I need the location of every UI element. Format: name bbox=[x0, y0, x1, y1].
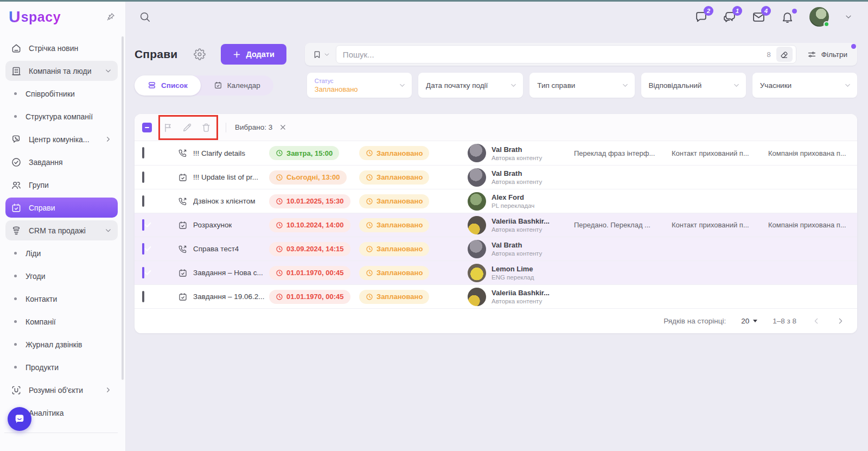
chevron-down-icon bbox=[104, 67, 112, 75]
tab-0[interactable]: Список bbox=[135, 75, 201, 96]
bullet-icon bbox=[14, 252, 17, 255]
bullet-icon bbox=[14, 343, 17, 346]
filter-dropdown-3[interactable]: Відповідальний bbox=[641, 73, 746, 98]
person-role: ENG переклад bbox=[492, 274, 534, 281]
clock-icon bbox=[276, 198, 283, 205]
filter-dropdown-2[interactable]: Тип справи bbox=[529, 73, 634, 98]
table-row[interactable]: Завдання – 19.06.2...01.01.1970, 00:45За… bbox=[135, 284, 857, 308]
add-button[interactable]: Додати bbox=[221, 44, 286, 65]
sidebar-item-6[interactable]: Групи bbox=[5, 175, 118, 195]
row-checkbox[interactable] bbox=[142, 147, 144, 158]
person-name: Val Brath bbox=[492, 241, 542, 249]
sidebar-item-10[interactable]: Угоди bbox=[5, 266, 118, 286]
filter-label: Відповідальний bbox=[649, 81, 730, 90]
cell-text-2: Контакт прихований п... bbox=[672, 221, 768, 229]
row-checkbox[interactable] bbox=[142, 195, 144, 207]
mail-badge: 4 bbox=[761, 6, 771, 16]
bell-icon[interactable] bbox=[781, 10, 794, 24]
clock-icon bbox=[366, 221, 373, 229]
date-text: Сьогодні, 13:00 bbox=[286, 173, 340, 181]
select-all-checkbox[interactable] bbox=[142, 123, 152, 132]
tab-1[interactable]: Календар bbox=[201, 75, 273, 96]
sidebar-item-4[interactable]: Центр комуніка... bbox=[5, 129, 118, 149]
pencil-icon[interactable] bbox=[182, 122, 193, 133]
tab-label: Список bbox=[161, 81, 188, 90]
sidebar-item-15[interactable]: Розумні об'єкти bbox=[5, 380, 118, 400]
comms-icon bbox=[11, 134, 22, 145]
flag-icon[interactable] bbox=[163, 122, 174, 133]
clear-search-button[interactable] bbox=[776, 47, 793, 62]
status-text: Заплановано bbox=[376, 149, 423, 157]
calendar-icon bbox=[214, 81, 222, 90]
sidebar-item-9[interactable]: Ліди bbox=[5, 243, 118, 263]
global-search-icon[interactable] bbox=[139, 11, 151, 23]
date-pill: 10.10.2024, 14:00 bbox=[269, 218, 350, 232]
sidebar-scrollbar[interactable] bbox=[122, 36, 124, 380]
building-icon bbox=[11, 66, 22, 77]
row-checkbox[interactable] bbox=[142, 171, 144, 183]
sidebar-item-0[interactable]: Стрічка новин bbox=[5, 38, 118, 58]
table-row[interactable]: !!! Clarify detailsЗавтра, 15:00Запланов… bbox=[135, 141, 857, 165]
logo[interactable]: Uspacy bbox=[0, 2, 125, 32]
task-name: Розрахунок bbox=[193, 221, 232, 229]
sidebar-item-2[interactable]: Співробітники bbox=[5, 84, 118, 104]
avatar bbox=[468, 144, 486, 162]
sidebar-item-12[interactable]: Компанії bbox=[5, 312, 118, 332]
chevron-down-icon bbox=[398, 81, 406, 90]
date-pill: Сьогодні, 13:00 bbox=[269, 170, 347, 185]
rows-per-page-select[interactable]: 20 bbox=[741, 317, 757, 325]
bullet-icon bbox=[14, 297, 17, 300]
search-bar: 8 Фільтри bbox=[305, 43, 857, 66]
sidebar-item-5[interactable]: Завдання bbox=[5, 152, 118, 172]
prev-page-icon[interactable] bbox=[812, 316, 821, 326]
person-role: Авторка контенту bbox=[492, 250, 542, 257]
filter-value: Заплановано bbox=[315, 85, 395, 93]
person-name: Valeriia Bashkir... bbox=[492, 289, 550, 297]
rows-per-page-label: Рядків на сторінці: bbox=[663, 317, 726, 325]
table-row[interactable]: Розрахунок10.10.2024, 14:00ЗапланованоVa… bbox=[135, 213, 857, 237]
clear-selection-icon[interactable] bbox=[279, 123, 287, 131]
chevron-down-icon bbox=[621, 81, 629, 90]
sliders-icon bbox=[807, 50, 816, 59]
sidebar-item-13[interactable]: Журнал дзвінків bbox=[5, 334, 118, 354]
sidebar-item-7[interactable]: Справи bbox=[5, 198, 118, 218]
table-row[interactable]: Справа тест403.09.2024, 14:15Заплановано… bbox=[135, 237, 857, 261]
search-input[interactable] bbox=[343, 50, 762, 59]
pin-icon[interactable] bbox=[106, 12, 116, 22]
table-row[interactable]: !!! Update list of pr...Сьогодні, 13:00З… bbox=[135, 165, 857, 189]
table-row[interactable]: Завдання – Нова с...01.01.1970, 00:45Зап… bbox=[135, 261, 857, 284]
sidebar-item-14[interactable]: Продукти bbox=[5, 357, 118, 377]
trash-icon[interactable] bbox=[201, 122, 212, 133]
table-row[interactable]: Дзвінок з клієнтом10.01.2025, 15:30Запла… bbox=[135, 189, 857, 213]
gear-icon[interactable] bbox=[194, 48, 206, 60]
chat-icon[interactable]: 2 bbox=[694, 10, 708, 24]
row-checkbox[interactable] bbox=[142, 267, 144, 278]
date-text: 10.01.2025, 15:30 bbox=[286, 197, 344, 205]
calendar-icon bbox=[11, 202, 22, 213]
logo-text: spacy bbox=[21, 9, 61, 25]
sidebar-item-3[interactable]: Структура компанії bbox=[5, 106, 118, 126]
clock-icon bbox=[366, 245, 373, 253]
mail-icon[interactable]: 4 bbox=[752, 10, 765, 24]
row-checkbox[interactable] bbox=[142, 219, 144, 231]
saved-filters-dropdown[interactable] bbox=[307, 50, 336, 59]
task-name: !!! Clarify details bbox=[193, 149, 245, 157]
avatar bbox=[468, 168, 486, 187]
filter-dropdown-1[interactable]: Дата початку події bbox=[418, 73, 523, 98]
filter-dropdown-4[interactable]: Учасники bbox=[752, 73, 857, 98]
row-checkbox[interactable] bbox=[142, 291, 144, 302]
support-chat-button[interactable] bbox=[8, 407, 31, 431]
sidebar-item-8[interactable]: CRM та продажі bbox=[5, 220, 118, 240]
group-chat-icon[interactable]: 1 bbox=[723, 10, 737, 24]
row-checkbox[interactable] bbox=[142, 243, 144, 255]
next-page-icon[interactable] bbox=[836, 316, 845, 326]
status-badge: Заплановано bbox=[359, 170, 429, 185]
sidebar-item-11[interactable]: Контакти bbox=[5, 289, 118, 309]
sidebar-item-label: Справи bbox=[29, 204, 55, 212]
filter-dropdown-0[interactable]: СтатусЗаплановано bbox=[307, 73, 412, 98]
filters-button[interactable]: Фільтри bbox=[800, 45, 855, 63]
user-avatar[interactable] bbox=[809, 7, 829, 27]
filters-active-dot bbox=[851, 44, 856, 49]
profile-chevron-icon[interactable] bbox=[844, 12, 853, 21]
sidebar-item-1[interactable]: Компанія та люди bbox=[5, 61, 118, 81]
